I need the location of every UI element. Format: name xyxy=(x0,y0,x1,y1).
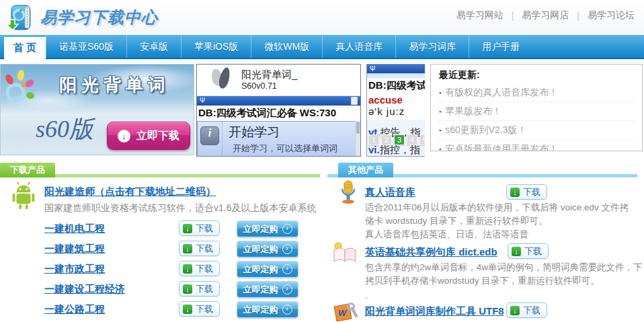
arrow-icon: › xyxy=(282,305,292,315)
download-button[interactable]: ↓ 下载 xyxy=(506,303,547,318)
arrow-icon: › xyxy=(282,224,292,234)
other-product-desc: . xyxy=(365,290,368,300)
products-section: 下载产品 阳光建造师（点击有下载地址二维码） 国家建造师职业资格考试练习软件，适… xyxy=(0,159,644,322)
svg-text:W: W xyxy=(338,308,348,318)
update-item[interactable]: ▪ 有版权的真人语音库发布！ xyxy=(439,83,634,102)
download-label: 下载 xyxy=(196,263,213,275)
menu-row-selected: i 开始学习 开始学习，可以选择单词词 xyxy=(197,121,356,157)
product-link[interactable]: 一建建设工程经济 xyxy=(44,283,125,296)
app-version: S60v0.71 xyxy=(241,81,297,92)
download-icon: ↓ xyxy=(510,306,520,315)
download-button[interactable]: ↓ 下载 xyxy=(506,184,547,200)
arrow-icon: › xyxy=(282,264,292,274)
order-label: 立即定购 xyxy=(243,223,278,235)
status-bar: Ψ xyxy=(197,96,360,106)
download-label: 下载 xyxy=(196,303,213,315)
scrollbar xyxy=(355,121,360,156)
bullet-icon: ▪ xyxy=(439,146,441,151)
bullet-icon: ▪ xyxy=(439,89,441,96)
other-product-link[interactable]: 真人语音库 xyxy=(365,186,415,199)
product-link[interactable]: 一建市政工程 xyxy=(44,263,105,276)
download-button[interactable]: ↓ 下载 xyxy=(179,281,220,296)
update-text: 安卓版最新使用手册发布！ xyxy=(445,143,558,151)
download-button[interactable]: ↓ 下载 xyxy=(179,241,220,256)
product-row: 一建公路工程 ↓ 下载 立即定购 › xyxy=(0,301,321,320)
product-row: 一建建设工程经济 ↓ 下载 立即定购 › xyxy=(0,281,321,300)
nav-tab-dictionary[interactable]: 易学习词库 xyxy=(395,35,469,59)
download-button[interactable]: ↓ 下载 xyxy=(179,261,220,276)
product-link[interactable]: 一建公路工程 xyxy=(44,303,105,316)
app-header: 阳光背单词_ S60v0.71 xyxy=(197,65,360,96)
update-item[interactable]: ▪ 苹果版发布！ xyxy=(439,102,634,121)
product-row: 一建市政工程 ↓ 下载 立即定购 › xyxy=(0,261,321,280)
info-icon: i xyxy=(200,126,219,145)
microphone-icon xyxy=(337,180,360,206)
order-label: 立即定购 xyxy=(243,284,278,296)
order-button[interactable]: 立即定购 › xyxy=(237,261,298,278)
top-links: 易学习网站 | 易学习网店 | 易学习论坛 xyxy=(456,9,635,22)
other-product-link[interactable]: 阳光背单词词库制作工具 UTF8 xyxy=(365,305,504,318)
download-button[interactable]: ↓ 下载 xyxy=(508,243,549,259)
top-link-website[interactable]: 易学习网站 xyxy=(456,9,504,22)
download-button[interactable]: ↓ 下载 xyxy=(179,301,220,317)
feature-product-link[interactable]: 阳光建造师（点击有下载地址二维码） xyxy=(44,186,216,198)
product-link[interactable]: 一建机电工程 xyxy=(44,223,105,235)
db-status-line: DB:四级考试词汇必备 WS:730 xyxy=(197,106,360,121)
android-icon xyxy=(8,179,39,210)
order-label: 立即定购 xyxy=(243,243,278,255)
order-button[interactable]: 立即定购 › xyxy=(237,241,298,257)
nav-tab-wm[interactable]: 微软WM版 xyxy=(251,35,322,59)
update-item[interactable]: ▪ s60更新到V2.3版！ xyxy=(439,121,634,140)
nav-tab-nokia-s60[interactable]: 诺基亚S60版 xyxy=(46,35,126,59)
product-link[interactable]: 一建建筑工程 xyxy=(44,243,105,255)
app-logo-icon xyxy=(217,67,231,89)
site-logo[interactable]: 易学习下载中心 xyxy=(5,2,158,33)
promo-banner[interactable]: 阳光背单词 s60版 ↓ 立即下载 xyxy=(0,64,194,155)
order-button[interactable]: 立即定购 › xyxy=(237,281,298,298)
download-icon: ↓ xyxy=(510,188,520,197)
nav-tab-manual[interactable]: 用户手册 xyxy=(469,35,532,59)
hero-section: 阳光背单词 s60版 ↓ 立即下载 阳光背单词_ S60v0.71 Ψ D xyxy=(0,59,644,159)
download-icon: ↓ xyxy=(183,284,192,294)
menu-item-label: 开始学习 xyxy=(229,124,280,141)
nav-tab-android[interactable]: 安卓版 xyxy=(126,35,181,59)
nav-tab-voice-library[interactable]: 真人语音库 xyxy=(322,35,395,59)
tab-downloads[interactable]: 下载产品 xyxy=(0,163,55,177)
top-link-shop[interactable]: 易学习网店 xyxy=(522,9,569,22)
link-separator: | xyxy=(512,10,514,21)
battery-icon xyxy=(351,97,358,105)
others-column: 其他产品 真人语音库 ↓ 下载 适合2011年06月以后版本的软件使用，下载后将… xyxy=(322,159,644,322)
order-button[interactable]: 立即定购 › xyxy=(237,220,298,237)
arrow-icon: › xyxy=(282,244,292,254)
phone-screenshot-2: Ψ DB:四级考试 accuse ə'k ju:z vt.控告，指 1 2 3 … xyxy=(366,64,425,157)
tab-others[interactable]: 其他产品 xyxy=(338,163,393,177)
link-separator: | xyxy=(577,10,579,21)
app-title: 阳光背单词_ xyxy=(241,69,297,81)
download-label: 下载 xyxy=(196,243,213,255)
nav-tab-ios[interactable]: 苹果iOS版 xyxy=(181,35,251,59)
logo-text: 易学习下载中心 xyxy=(40,7,158,28)
download-icon: ↓ xyxy=(183,305,192,314)
nav-tab-home[interactable]: 首 页 xyxy=(4,37,46,59)
banner-edition: s60版 xyxy=(36,113,93,146)
download-label: 下载 xyxy=(196,223,213,235)
header: 易学习下载中心 易学习网站 | 易学习网店 | 易学习论坛 xyxy=(0,0,644,35)
update-text: 苹果版发布！ xyxy=(445,106,501,118)
downloads-tabbar: 下载产品 xyxy=(0,163,320,177)
antenna-icon: Ψ xyxy=(200,97,205,104)
other-product-desc: 真人语音库包括英语、日语、法语等语音 xyxy=(365,229,528,241)
banner-download-button[interactable]: ↓ 立即下载 xyxy=(107,122,190,150)
word-meaning-vi: vi.指控，指 xyxy=(368,144,420,157)
download-label: 下载 xyxy=(523,305,540,317)
top-link-forum[interactable]: 易学习论坛 xyxy=(588,9,635,22)
other-product-desc: 储卡 wordstudy 目录下，重新运行软件即可。 xyxy=(365,215,548,227)
bullet-icon: ▪ xyxy=(439,127,441,134)
other-product-link[interactable]: 英语基础共享例句库 dict.edb xyxy=(365,246,497,259)
order-button[interactable]: 立即定购 › xyxy=(237,301,298,318)
download-button[interactable]: ↓ 下载 xyxy=(179,220,220,236)
arrow-icon: › xyxy=(282,284,292,294)
download-label: 下载 xyxy=(523,186,540,198)
download-label: 下载 xyxy=(196,283,213,295)
update-item[interactable]: ▪ 安卓版最新使用手册发布！ xyxy=(439,140,634,151)
main-nav: 首 页 诺基亚S60版 安卓版 苹果iOS版 微软WM版 真人语音库 易学习词库… xyxy=(0,35,644,59)
